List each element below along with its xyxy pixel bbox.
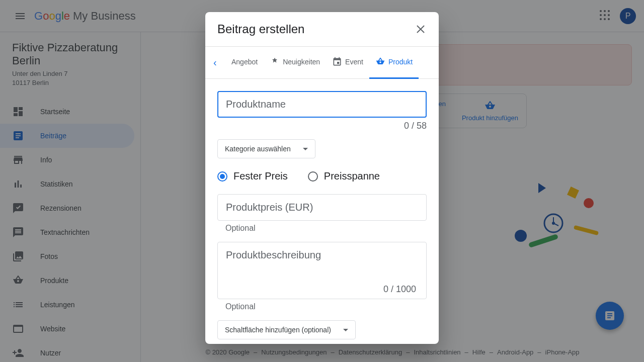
optional-label: Optional [225,224,427,233]
tab-neuigkeiten[interactable]: Neuigkeiten [264,47,326,79]
radio-icon [308,171,318,182]
event-icon [332,57,342,67]
dialog-title: Beitrag erstellen [217,22,304,36]
product-name-input[interactable] [226,99,418,110]
tab-event[interactable]: Event [326,47,369,79]
radio-icon [217,171,227,182]
product-description-field[interactable]: 0 / 1000 [217,242,427,299]
product-price-input[interactable] [226,202,418,213]
button-select[interactable]: Schaltfläche hinzufügen (optional) [217,320,356,339]
chevron-down-icon [303,148,308,150]
create-post-dialog: Beitrag erstellen ‹ Angebot Neuigkeiten … [205,12,439,344]
dialog-header: Beitrag erstellen [205,12,439,47]
chevron-down-icon [343,329,348,331]
tab-scroll-left[interactable]: ‹ [213,57,225,68]
product-name-field[interactable] [217,91,427,118]
desc-char-counter: 0 / 1000 [383,284,416,295]
price-type-radio-group: Fester Preis Preisspanne [217,170,427,182]
close-button[interactable] [415,23,427,35]
radio-fixed-price[interactable]: Fester Preis [217,170,288,182]
news-icon [270,57,280,67]
tab-produkt[interactable]: Produkt [369,47,419,79]
basket-icon [375,57,385,67]
dialog-body: 0 / 58 Kategorie auswählen Fester Preis … [205,79,439,344]
radio-price-range[interactable]: Preisspanne [308,170,380,182]
optional-label: Optional [225,302,427,311]
tab-angebot[interactable]: Angebot [225,47,264,79]
dialog-tabs: ‹ Angebot Neuigkeiten Event Produkt [205,47,439,79]
modal-overlay: Beitrag erstellen ‹ Angebot Neuigkeiten … [0,0,644,362]
name-char-counter: 0 / 58 [217,121,427,131]
category-select[interactable]: Kategorie auswählen [217,139,315,158]
product-description-input[interactable] [226,249,418,290]
product-price-field[interactable] [217,194,427,221]
